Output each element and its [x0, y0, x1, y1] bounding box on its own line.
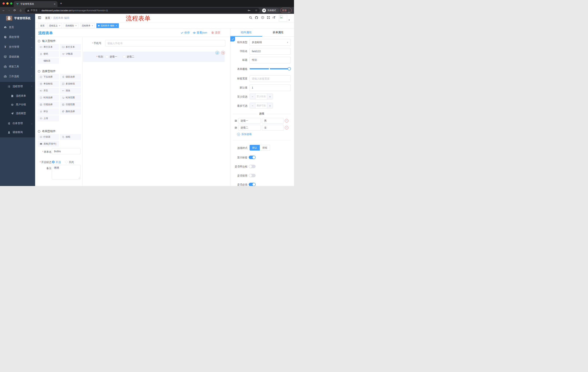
component-slider[interactable]: 滑块: [60, 88, 81, 94]
status-off-radio[interactable]: [65, 161, 68, 163]
textarea-resize-grip[interactable]: [78, 177, 80, 179]
sidebar-item-home[interactable]: 首页: [0, 23, 35, 31]
stepper-value[interactable]: 最多可选: [255, 103, 267, 108]
component-button[interactable]: 按钮: [60, 134, 81, 140]
component-time[interactable]: 时间选择: [38, 95, 59, 101]
tab-form-props[interactable]: 表单属性: [262, 31, 294, 34]
avatar-dropdown-icon[interactable]: ▼: [288, 19, 290, 21]
tag-close-icon[interactable]: ✕: [59, 25, 60, 27]
key-icon[interactable]: [248, 9, 250, 12]
component-editor[interactable]: 编辑器: [38, 58, 59, 64]
component-rate[interactable]: 评分: [38, 108, 59, 115]
component-counter[interactable]: 123计数器: [60, 51, 81, 57]
tab-component-props[interactable]: 组件属性: [230, 31, 262, 34]
component-time-range[interactable]: 时间范围: [60, 95, 81, 101]
window-zoom-button[interactable]: [10, 2, 12, 5]
show-label-toggle[interactable]: [249, 156, 256, 159]
component-table[interactable]: 表格[开发中]: [38, 141, 59, 147]
border-toggle[interactable]: [249, 165, 256, 168]
tag-home[interactable]: 首页: [39, 23, 46, 28]
save-button[interactable]: 保存: [181, 31, 190, 34]
remove-option-icon[interactable]: −: [285, 119, 288, 122]
component-row-container[interactable]: 行容器: [38, 134, 59, 140]
delete-component-button[interactable]: [221, 51, 225, 55]
gender-option2-checkbox[interactable]: [123, 55, 125, 58]
component-cascader[interactable]: 级联选择: [60, 74, 81, 80]
component-text[interactable]: 单行文本: [38, 44, 59, 50]
status-on-label[interactable]: 开启: [56, 161, 61, 164]
style-button-button[interactable]: 按钮: [260, 145, 270, 150]
slider-handle[interactable]: [288, 67, 291, 70]
stepper-minus-button[interactable]: −: [250, 94, 255, 99]
field-name-input[interactable]: [250, 48, 291, 55]
window-minimize-button[interactable]: [6, 2, 9, 5]
form-grid-slider[interactable]: [250, 68, 291, 69]
sidebar-item-leave-query[interactable]: 请假查询: [0, 128, 35, 136]
gender-option1-label[interactable]: 选项一: [110, 55, 117, 58]
drag-handle-icon[interactable]: [234, 119, 237, 122]
window-close-button[interactable]: [2, 2, 5, 5]
sidebar-item-process-form[interactable]: 流程表单: [0, 92, 35, 100]
github-icon[interactable]: [255, 16, 258, 19]
sidebar-item-process-model[interactable]: 流程模型: [0, 109, 35, 117]
component-password[interactable]: 密码: [38, 51, 59, 57]
sidebar-item-task-mgmt[interactable]: 任务管理 ⌄: [0, 119, 35, 128]
tag-close-icon[interactable]: ✕: [116, 25, 117, 27]
bookmark-star-icon[interactable]: ☆: [255, 9, 257, 12]
home-icon[interactable]: ⌂: [20, 9, 21, 12]
sidebar-item-user-group[interactable]: 用户分组: [0, 101, 35, 109]
toolbar-chevron-icon[interactable]: ▼: [288, 11, 290, 13]
view-json-button[interactable]: 查看json: [193, 31, 207, 34]
form-remark-textarea[interactable]: 嘿嘿: [52, 165, 80, 180]
component-checkbox[interactable]: 多选框组: [60, 81, 81, 87]
sidebar-item-pay[interactable]: ¥ 支付管理 ⌄: [0, 43, 35, 51]
tag-close-icon[interactable]: ✕: [75, 25, 77, 27]
help-icon[interactable]: ?: [261, 16, 264, 19]
update-button[interactable]: 更新 ⋮: [280, 8, 292, 13]
status-off-label[interactable]: 关闭: [69, 161, 74, 164]
search-icon[interactable]: [249, 16, 252, 19]
phone-input[interactable]: [105, 40, 225, 46]
stepper-value[interactable]: 至少应选: [255, 94, 267, 99]
copy-component-button[interactable]: [215, 51, 219, 55]
option-value-input[interactable]: [262, 118, 284, 124]
selected-component-block[interactable]: * 性别 选项一 选项二: [83, 52, 225, 62]
component-select[interactable]: 下拉选择: [38, 74, 59, 80]
sidebar-item-infra[interactable]: 基础设施 ⌄: [0, 53, 35, 61]
option-label-input[interactable]: [238, 125, 261, 130]
stepper-plus-button[interactable]: +: [267, 94, 273, 99]
stepper-minus-button[interactable]: −: [250, 103, 255, 108]
browser-tab[interactable]: 芋道管理系统 ✕: [14, 1, 57, 7]
app-logo[interactable]: 芋道管理系统: [0, 14, 35, 22]
status-on-radio[interactable]: [52, 161, 55, 163]
font-size-icon[interactable]: TT: [273, 16, 275, 19]
component-switch[interactable]: 开关: [38, 88, 59, 94]
option-value-input[interactable]: [262, 125, 284, 130]
clear-button[interactable]: 清空: [211, 31, 220, 34]
form-name-input[interactable]: [52, 148, 80, 154]
sidebar-item-process-mgmt[interactable]: 流程管理 ⌃: [0, 83, 35, 90]
security-label[interactable]: 不安全: [31, 9, 38, 12]
component-date-range[interactable]: 日期范围: [60, 102, 81, 107]
forward-icon[interactable]: →: [8, 9, 10, 12]
component-upload[interactable]: 上传: [38, 115, 59, 121]
component-textarea[interactable]: 多行文本: [60, 44, 81, 50]
drag-handle-icon[interactable]: [234, 126, 237, 129]
reload-icon[interactable]: ⟳: [13, 9, 16, 12]
component-radio[interactable]: 单选框组: [38, 81, 59, 87]
component-color[interactable]: 颜色选择: [60, 108, 81, 115]
disabled-toggle[interactable]: [249, 174, 256, 177]
default-value-input[interactable]: [250, 85, 291, 91]
remove-option-icon[interactable]: −: [285, 126, 288, 129]
add-option-button[interactable]: + 添加选项: [237, 133, 252, 136]
avatar[interactable]: [279, 15, 287, 22]
title-input[interactable]: [250, 57, 291, 63]
sidebar-item-system[interactable]: 系统管理 ⌄: [0, 33, 35, 41]
sidebar-item-workflow[interactable]: 工作流程 ⌃: [0, 73, 35, 80]
component-type-select[interactable]: 多选框组 ▼: [250, 39, 291, 46]
stepper-plus-button[interactable]: +: [267, 103, 273, 108]
option-label-input[interactable]: [238, 118, 261, 124]
fullscreen-icon[interactable]: [267, 16, 270, 19]
tag-process-model[interactable]: 流程模型✕: [64, 23, 78, 28]
style-default-button[interactable]: 默认: [250, 145, 260, 150]
